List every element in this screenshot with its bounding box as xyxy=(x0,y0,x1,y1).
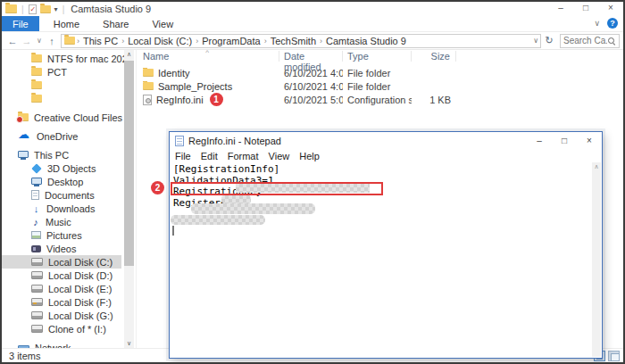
explorer-titlebar: | ▾ | Camtasia Studio 9 – □ × xyxy=(2,2,623,16)
sidebar-item-documents[interactable]: Documents xyxy=(2,188,121,202)
sidebar-item-label: Pictures xyxy=(46,230,82,241)
properties-icon[interactable] xyxy=(29,4,37,14)
scroll-down-icon[interactable]: ∨ xyxy=(124,340,134,347)
minimize-icon[interactable]: – xyxy=(554,3,568,12)
tab-home[interactable]: Home xyxy=(45,16,88,31)
sidebar-item-3d-objects[interactable]: 3D Objects xyxy=(2,161,121,175)
tab-file[interactable]: File xyxy=(2,16,39,31)
maximize-icon[interactable]: □ xyxy=(552,132,577,150)
breadcrumb-separator-icon: › xyxy=(318,37,324,46)
sidebar-item-local-disk-e[interactable]: Local Disk (E:) xyxy=(2,282,121,295)
video-icon xyxy=(31,245,41,252)
sidebar-item-label: Creative Cloud Files xyxy=(34,112,122,123)
folder-icon xyxy=(31,68,42,76)
notepad-icon xyxy=(175,136,184,146)
file-row-sample-projects[interactable]: Sample_Projects6/10/2021 4:05 PMFile fol… xyxy=(138,79,623,93)
file-date-cell: 6/10/2021 4:05 PM xyxy=(279,81,343,92)
window-title: Camtasia Studio 9 xyxy=(71,4,151,14)
search-box[interactable] xyxy=(560,34,620,48)
menu-item-help[interactable]: Help xyxy=(299,151,320,161)
folder-icon xyxy=(143,69,154,77)
file-size-cell: 1 KB xyxy=(412,95,456,105)
sidebar-item-local-disk-c[interactable]: Local Disk (C:) xyxy=(2,255,121,269)
sidebar-item-pct[interactable]: PCT xyxy=(2,65,121,79)
notepad-scrollbar[interactable]: ∧ xyxy=(592,162,601,357)
help-icon[interactable]: ? xyxy=(607,18,618,29)
file-rows: Identity6/10/2021 4:06 PMFile folderSamp… xyxy=(138,66,623,106)
cube-icon xyxy=(31,163,41,173)
notepad-text-area[interactable]: [RegistrationInfo]ValidationData3=1Regis… xyxy=(171,162,591,357)
breadcrumb-segment-this-pc[interactable]: This PC xyxy=(83,36,118,46)
qat-customize-icon[interactable]: ▾ xyxy=(54,5,58,13)
search-input[interactable] xyxy=(563,36,607,46)
notepad-titlebar: RegInfo.ini - Notepad – □ × xyxy=(170,132,602,150)
sidebar-item-label: Documents xyxy=(45,190,95,201)
history-dropdown-icon[interactable]: ∨ xyxy=(34,37,45,45)
breadcrumb-folder-icon xyxy=(64,37,75,45)
minimize-icon[interactable]: – xyxy=(527,132,552,150)
sidebar-item-label: Clone of * (I:) xyxy=(48,324,106,335)
scroll-up-icon[interactable]: ∧ xyxy=(592,163,601,170)
sidebar-item-desktop[interactable]: Desktop xyxy=(2,175,121,188)
sidebar-item-videos[interactable]: Videos xyxy=(2,242,121,255)
address-box[interactable]: ›This PC›Local Disk (C:)›ProgramData›Tec… xyxy=(61,34,541,48)
menu-item-file[interactable]: File xyxy=(175,151,191,161)
sidebar-item-downloads[interactable]: Downloads xyxy=(2,202,121,215)
column-header-name[interactable]: Name ^ xyxy=(138,51,279,62)
sidebar-list: NTFS for mac 2021PCTCreative Cloud Files… xyxy=(2,52,136,348)
sidebar-item-music[interactable]: Music xyxy=(2,215,121,228)
column-label: Size xyxy=(431,51,450,62)
up-icon[interactable]: ↑ xyxy=(45,36,59,46)
column-header-date-modified[interactable]: Date modified xyxy=(279,51,343,62)
address-dropdown-icon[interactable]: ∨ xyxy=(533,37,538,45)
ribbon-collapse-icon[interactable]: ∨ xyxy=(594,19,600,28)
drive-icon xyxy=(31,311,43,319)
sidebar-item-clone-of-i[interactable]: Clone of * (I:) xyxy=(2,322,121,335)
sidebar-item-local-disk-f[interactable]: Local Disk (F:) xyxy=(2,295,121,309)
menu-item-edit[interactable]: Edit xyxy=(201,151,218,161)
breadcrumb-segment-programdata[interactable]: ProgramData xyxy=(202,36,260,46)
sidebar-item-creative-cloud-files[interactable]: Creative Cloud Files xyxy=(2,111,121,124)
sidebar-item-network[interactable]: Network xyxy=(2,341,121,348)
folder-icon xyxy=(143,82,154,90)
tab-view[interactable]: View xyxy=(143,16,182,31)
sidebar-item-local-disk-g[interactable]: Local Disk (G:) xyxy=(2,309,121,322)
sidebar-item-pictures[interactable]: Pictures xyxy=(2,228,121,242)
tab-share[interactable]: Share xyxy=(94,16,138,31)
scroll-up-icon[interactable]: ∧ xyxy=(124,51,134,58)
back-icon[interactable]: ← xyxy=(5,36,20,46)
close-icon[interactable]: × xyxy=(604,3,618,12)
menu-item-view[interactable]: View xyxy=(269,151,290,161)
new-folder-icon[interactable] xyxy=(40,5,51,13)
breadcrumb-segment-camtasia-studio-9[interactable]: Camtasia Studio 9 xyxy=(326,36,406,46)
refresh-icon[interactable]: ↻ xyxy=(541,35,557,46)
column-header-type[interactable]: Type xyxy=(343,51,412,62)
sidebar-item-item[interactable] xyxy=(2,92,121,105)
file-row-reginfo-ini[interactable]: RegInfo.ini16/10/2021 5:09 PMConfigurati… xyxy=(138,93,623,106)
breadcrumb-separator-icon: › xyxy=(75,37,81,46)
thumbnail-view-icon[interactable] xyxy=(608,351,620,361)
window-folder-icon xyxy=(5,4,17,13)
sidebar-item-onedrive[interactable]: OneDrive xyxy=(2,129,121,143)
sidebar-item-label: Desktop xyxy=(47,177,83,187)
sidebar-item-label: Local Disk (C:) xyxy=(48,257,112,268)
redacted-block xyxy=(236,184,370,193)
close-icon[interactable]: × xyxy=(577,132,602,150)
sidebar-item-ntfs-for-mac-2021[interactable]: NTFS for mac 2021 xyxy=(2,52,121,65)
file-row-identity[interactable]: Identity6/10/2021 4:06 PMFile folder xyxy=(138,66,623,79)
sidebar-item-local-disk-d[interactable]: Local Disk (D:) xyxy=(2,269,121,282)
forward-icon[interactable]: → xyxy=(20,36,34,46)
maximize-icon[interactable]: □ xyxy=(579,3,593,12)
scrollbar-thumb[interactable] xyxy=(124,61,134,266)
sidebar-item-item[interactable] xyxy=(2,79,121,92)
menu-item-format[interactable]: Format xyxy=(228,151,259,161)
sidebar-item-this-pc[interactable]: This PC xyxy=(2,148,121,161)
column-label: Date modified xyxy=(284,51,321,72)
drive-icon xyxy=(31,258,43,266)
sidebar-item-label: Local Disk (F:) xyxy=(48,297,112,308)
breadcrumb-segment-techsmith[interactable]: TechSmith xyxy=(271,36,316,46)
sidebar-scrollbar[interactable]: ∧ ∨ xyxy=(124,50,134,348)
breadcrumb-segment-local-disk-c[interactable]: Local Disk (C:) xyxy=(128,36,192,46)
column-header-size[interactable]: Size xyxy=(412,51,456,62)
monitor-icon xyxy=(31,178,42,185)
